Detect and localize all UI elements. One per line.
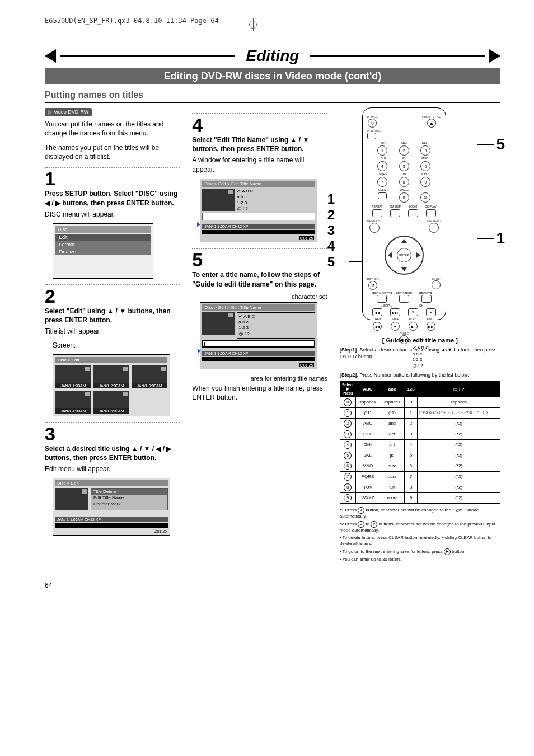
menulist-button[interactable] (369, 223, 380, 233)
step-3-sub: Edit menu will appear. (45, 464, 180, 473)
key-9[interactable]: 9 (420, 177, 430, 187)
charset-opt: A B C (238, 314, 313, 320)
cmskip-button[interactable] (390, 209, 400, 217)
play-label: PLAY (404, 317, 421, 321)
thumb-caption: JAN/1 5:00AM (93, 408, 129, 414)
step-2-desc: Select "Edit" using ▲ / ▼ buttons, then … (45, 307, 180, 325)
arrow-up-icon (401, 239, 407, 243)
ch-down-button[interactable]: ▼ (408, 308, 418, 316)
enter-small-button[interactable]: ⊙ (420, 192, 430, 203)
edit-menu-screenshot: Disc > Edit Title Delete Edit Title Name… (53, 478, 170, 536)
entry-area-caption: area for entering title names (192, 375, 327, 382)
step-2-number: 2 (45, 287, 180, 306)
char-table: Select▶Press ABC abc 123 @ ! ? 0<space><… (340, 381, 500, 504)
chevron-left-icon (45, 49, 56, 63)
callout-3: 3 (327, 223, 335, 238)
key-0[interactable]: 0 (399, 192, 409, 203)
key-label: WXYZ (414, 172, 435, 176)
callout-5: 5 (327, 254, 335, 270)
play-button[interactable]: ▶ (409, 322, 418, 331)
rev-button[interactable]: ◀◀ (373, 322, 382, 331)
setup-button[interactable] (432, 280, 441, 289)
display-button[interactable] (426, 209, 436, 217)
disc-menu-screenshot: Disc Edit Format Finalize (53, 223, 153, 279)
bullet-2: • To go on to the next entering area for… (340, 548, 500, 555)
zoom-button[interactable] (408, 209, 418, 217)
skip-fwd-button[interactable]: ▶▶| (390, 308, 400, 316)
power-button[interactable]: ⏻ (368, 119, 377, 128)
key-2[interactable]: 2 (399, 145, 409, 156)
disc-menu-item: Edit (55, 234, 151, 241)
callout-right-1: 1 (496, 229, 505, 247)
titlelist-path: Disc > Edit (55, 357, 167, 363)
key-1[interactable]: 1 (377, 145, 387, 156)
key-7[interactable]: 7 (377, 177, 387, 187)
charset-mini-opt: 1 2 3 (413, 357, 500, 363)
zoom-label: ZOOM (404, 205, 422, 208)
rec-monitor-button[interactable] (377, 295, 387, 303)
section-heading: Putting names on titles (45, 90, 500, 100)
arrow-down-icon (401, 267, 407, 271)
key-6[interactable]: 6 (420, 161, 430, 171)
return-button[interactable]: ↺ (368, 281, 377, 290)
enter-button[interactable]: ENTER (397, 248, 411, 262)
tn-path: Disc > Edit > Edit Title Name (202, 181, 315, 187)
chevron-right-icon (489, 49, 500, 63)
play-icon (197, 222, 200, 227)
format-badge: Video DVD-RW (45, 108, 92, 116)
charset-opt: 1 2 3 (238, 325, 313, 331)
repeat-label: REPEAT (368, 205, 386, 208)
fwd-button[interactable]: ▶▶ (427, 322, 435, 331)
key-label: PQRS (373, 172, 394, 176)
step-1-number: 1 (45, 169, 180, 188)
key-3[interactable]: 3 (420, 145, 430, 156)
col-123: 123 (404, 381, 418, 397)
fwd-label: FWD (421, 317, 439, 321)
subtitle: Editing DVD-RW discs in Video mode (cont… (45, 68, 500, 84)
page-number: 64 (45, 581, 500, 589)
title-bar: Editing (45, 47, 500, 65)
remote-diagram: 1 2 3 4 5 5 1 POWER⏻ OPEN/ CLOSE⏏ VCR Pl… (340, 107, 500, 320)
bullet-3: • You can enter up to 30 letters. (340, 557, 500, 562)
charset-opt: a b c (238, 320, 313, 325)
disc-menu-title: Disc (55, 226, 151, 233)
step-5-tail: When you finish entering a title name, p… (192, 384, 327, 402)
tn-path: Disc > Edit > Edit Title Name (202, 304, 315, 311)
return-label: RETURN (367, 278, 379, 281)
charset-caption: character set (192, 293, 327, 300)
key-5[interactable]: 5 (399, 161, 409, 171)
key-label: GHI (373, 157, 394, 160)
key-label: JKL (394, 157, 414, 160)
step-3-number: 3 (45, 424, 180, 443)
ch-up-button[interactable]: ▲ (426, 308, 436, 316)
tn-bar: JAN/ 1 1:00AM CH12 XP (202, 224, 315, 229)
intro-text-1: You can put title names on the titles an… (45, 120, 180, 138)
clear-button[interactable] (378, 192, 387, 199)
topmenu-button[interactable] (429, 223, 439, 233)
skip-back-button[interactable]: |◀◀ (372, 308, 382, 316)
vcrplus-button[interactable] (367, 133, 376, 139)
thumb-caption: JAN/1 1:00AM (55, 383, 91, 388)
tn-duration: 0:01:25 (299, 363, 314, 367)
rec-speed-button[interactable] (399, 295, 409, 303)
title-name-screenshot-1: Disc > Edit > Edit Title Name A B C a b … (200, 179, 317, 243)
col-abc: ABC (355, 381, 380, 397)
dpad[interactable]: ENTER (385, 236, 424, 275)
space-label: SPACE (394, 188, 414, 191)
arrow-left-icon (388, 252, 392, 258)
stop-button[interactable]: ■ (391, 322, 400, 331)
rec-otr-button[interactable] (421, 295, 432, 303)
key-8[interactable]: 8 (399, 177, 409, 187)
title-name-screenshot-2: Disc > Edit > Edit Title Name A B C a b … (200, 302, 317, 370)
vcrplus-label: VCR Plus+ (367, 129, 381, 133)
repeat-button[interactable] (372, 209, 382, 217)
open-close-button[interactable]: ⏏ (427, 119, 436, 128)
charset-mini-opt: @ ! ? (413, 363, 500, 369)
pause-button[interactable]: ❚❚ (400, 335, 409, 344)
clear-label: CLEAR (373, 188, 394, 191)
key-4[interactable]: 4 (377, 161, 387, 171)
edit-menu-path: Disc > Edit (55, 480, 168, 486)
note-1: *1 Press 1 button, character set will be… (340, 507, 500, 519)
bullet-1: • To delete letters, press CLEAR button … (340, 535, 500, 547)
page-title: Editing (246, 47, 299, 65)
